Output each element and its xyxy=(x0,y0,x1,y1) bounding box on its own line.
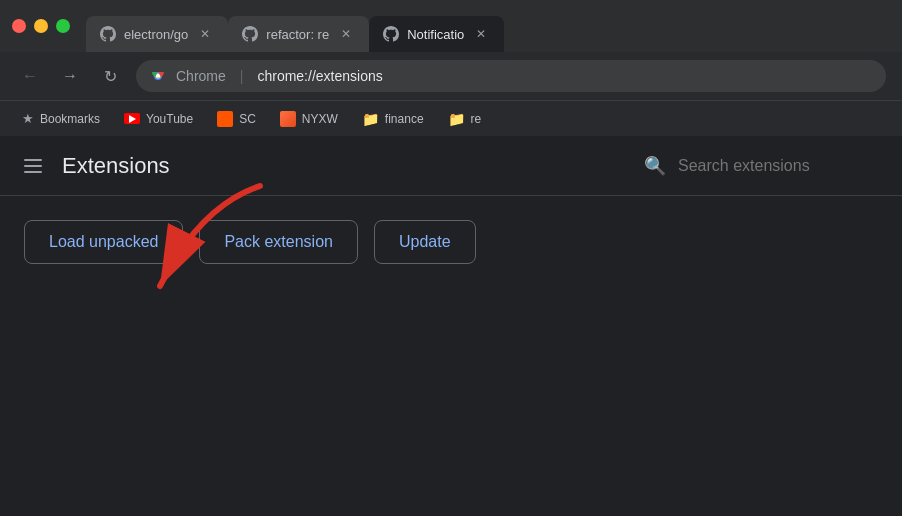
tabs-container: electron/go ✕ refactor: re ✕ Notificatio… xyxy=(86,0,890,52)
bookmark-item-bookmarks[interactable]: ★ Bookmarks xyxy=(12,107,110,130)
load-unpacked-button[interactable]: Load unpacked xyxy=(24,220,183,264)
actions-area: Load unpacked Pack extension Update xyxy=(0,196,902,288)
bookmark-item-finance[interactable]: 📁 finance xyxy=(352,107,434,131)
youtube-play-icon xyxy=(129,115,136,123)
tab-2-title: refactor: re xyxy=(266,27,329,42)
tab-1-title: electron/go xyxy=(124,27,188,42)
finance-label: finance xyxy=(385,112,424,126)
minimize-button[interactable] xyxy=(34,19,48,33)
bookmark-item-soundcloud[interactable]: SC xyxy=(207,107,266,131)
bookmarks-bar: ★ Bookmarks YouTube SC NYXW 📁 finance 📁 … xyxy=(0,100,902,136)
chrome-logo-icon xyxy=(150,68,166,84)
hamburger-line-2 xyxy=(24,165,42,167)
titlebar: electron/go ✕ refactor: re ✕ Notificatio… xyxy=(0,0,902,52)
youtube-label: YouTube xyxy=(146,112,193,126)
page-title: Extensions xyxy=(62,153,170,179)
folder-icon: 📁 xyxy=(362,111,379,127)
reload-button[interactable]: ↻ xyxy=(96,62,124,90)
forward-button[interactable]: → xyxy=(56,62,84,90)
folder-icon-2: 📁 xyxy=(448,111,465,127)
hamburger-line-3 xyxy=(24,171,42,173)
nyxw-label: NYXW xyxy=(302,112,338,126)
toolbar: ← → ↻ Chrome | chrome://extensions xyxy=(0,52,902,100)
search-icon: 🔍 xyxy=(644,155,666,177)
extensions-header: Extensions 🔍 xyxy=(0,136,902,196)
tab-1-close[interactable]: ✕ xyxy=(196,25,214,43)
page-content: Extensions 🔍 Load unpacked Pack extensio… xyxy=(0,136,902,516)
soundcloud-label: SC xyxy=(239,112,256,126)
browser-tab-2[interactable]: refactor: re ✕ xyxy=(228,16,369,52)
search-area: 🔍 xyxy=(644,155,878,177)
github-icon-2 xyxy=(242,26,258,42)
github-icon-3 xyxy=(383,26,399,42)
address-chrome-label: Chrome xyxy=(176,68,226,84)
bookmark-item-nyxw[interactable]: NYXW xyxy=(270,107,348,131)
pack-extension-button[interactable]: Pack extension xyxy=(199,220,358,264)
extensions-title-area: Extensions xyxy=(24,153,170,179)
browser-tab-1[interactable]: electron/go ✕ xyxy=(86,16,228,52)
bookmark-item-youtube[interactable]: YouTube xyxy=(114,108,203,130)
address-url: chrome://extensions xyxy=(257,68,382,84)
re-label: re xyxy=(471,112,482,126)
address-separator: | xyxy=(240,68,244,84)
tab-2-close[interactable]: ✕ xyxy=(337,25,355,43)
github-icon xyxy=(100,26,116,42)
hamburger-line-1 xyxy=(24,159,42,161)
star-icon: ★ xyxy=(22,111,34,126)
address-bar[interactable]: Chrome | chrome://extensions xyxy=(136,60,886,92)
update-button[interactable]: Update xyxy=(374,220,476,264)
nyxw-icon xyxy=(280,111,296,127)
close-button[interactable] xyxy=(12,19,26,33)
bookmark-item-re[interactable]: 📁 re xyxy=(438,107,492,131)
tab-3-close[interactable]: ✕ xyxy=(472,25,490,43)
soundcloud-icon xyxy=(217,111,233,127)
traffic-lights xyxy=(12,19,70,33)
browser-tab-3[interactable]: Notificatio ✕ xyxy=(369,16,504,52)
youtube-icon xyxy=(124,113,140,124)
tab-3-title: Notificatio xyxy=(407,27,464,42)
maximize-button[interactable] xyxy=(56,19,70,33)
bookmarks-label: Bookmarks xyxy=(40,112,100,126)
search-input[interactable] xyxy=(678,157,878,175)
back-button[interactable]: ← xyxy=(16,62,44,90)
hamburger-menu-button[interactable] xyxy=(24,159,42,173)
